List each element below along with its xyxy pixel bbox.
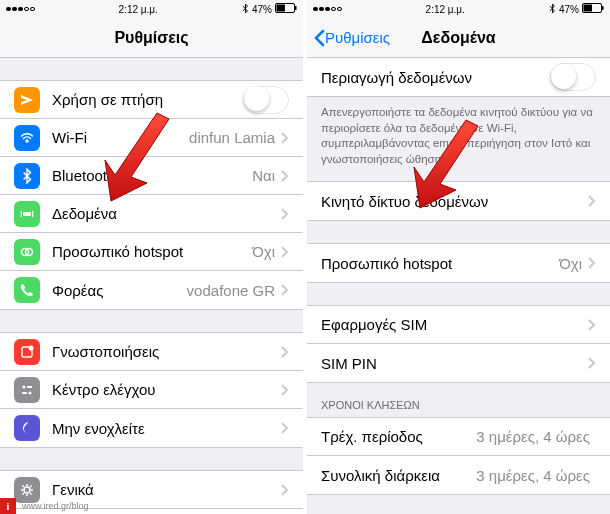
battery-percent: 47% <box>559 4 579 15</box>
svg-point-12 <box>24 487 30 493</box>
status-time: 2:12 μ.μ. <box>426 4 465 15</box>
chevron-right-icon <box>281 170 289 182</box>
svg-rect-1 <box>277 5 286 12</box>
signal-dots-icon <box>313 7 342 12</box>
row-current-period: Τρέχ. περίοδος 3 ημέρες, 4 ώρες <box>307 418 610 456</box>
phone-icon <box>14 277 40 303</box>
row-label: Προσωπικό hotspot <box>321 255 559 272</box>
chevron-right-icon <box>281 208 289 220</box>
row-label: Χρήση σε πτήση <box>52 91 243 108</box>
row-value: Ναι <box>252 167 275 184</box>
chevron-right-icon <box>281 284 289 296</box>
row-value: dinfun Lamia <box>189 129 275 146</box>
chevron-right-icon <box>588 195 596 207</box>
row-carrier[interactable]: Φορέας vodafone GR <box>0 271 303 309</box>
row-label: Κέντρο ελέγχου <box>52 381 281 398</box>
battery-percent: 47% <box>252 4 272 15</box>
moon-icon <box>14 415 40 441</box>
bluetooth-icon <box>14 163 40 189</box>
row-hotspot[interactable]: Προσωπικό hotspot Όχι <box>307 244 610 282</box>
row-label: Φορέας <box>52 282 187 299</box>
control-center-icon <box>14 377 40 403</box>
row-label: Συνολική διάρκεια <box>321 467 476 484</box>
row-label: SIM PIN <box>321 355 588 372</box>
wifi-icon <box>14 125 40 151</box>
footer: i www.ired.gr/blog <box>0 498 89 514</box>
row-value: Όχι <box>252 243 275 260</box>
svg-rect-15 <box>584 5 593 12</box>
bluetooth-icon <box>242 3 249 16</box>
row-hotspot[interactable]: Προσωπικό hotspot Όχι <box>0 233 303 271</box>
row-label: Δεδομένα <box>52 205 281 222</box>
row-label: Εφαρμογές SIM <box>321 316 588 333</box>
row-label: Γνωστοποιήσεις <box>52 343 281 360</box>
back-label: Ρυθμίσεις <box>325 29 390 46</box>
row-label: Τρέχ. περίοδος <box>321 428 476 445</box>
row-value: vodafone GR <box>187 282 275 299</box>
row-value: 3 ημέρες, 4 ώρες <box>476 467 590 484</box>
roaming-toggle[interactable] <box>550 63 596 91</box>
notifications-icon <box>14 339 40 365</box>
row-label: Κινητό δίκτυο δεδομένων <box>321 193 588 210</box>
airplane-icon <box>14 87 40 113</box>
svg-point-10 <box>29 391 32 394</box>
row-dnd[interactable]: Μην ενοχλείτε <box>0 409 303 447</box>
row-label: Περιαγωγή δεδομένων <box>321 69 550 86</box>
row-label: Προσωπικό hotspot <box>52 243 252 260</box>
chevron-right-icon <box>281 346 289 358</box>
status-bar: 2:12 μ.μ. 47% <box>0 0 303 18</box>
row-airplane-mode[interactable]: Χρήση σε πτήση <box>0 81 303 119</box>
navbar: Ρυθμίσεις <box>0 18 303 58</box>
back-button[interactable]: Ρυθμίσεις <box>307 29 390 47</box>
section-header: ΧΡΟΝΟΙ ΚΛΗΣΕΩΝ <box>307 383 610 417</box>
chevron-right-icon <box>588 257 596 269</box>
battery-icon <box>275 3 297 15</box>
status-bar: 2:12 μ.μ. 47% <box>307 0 610 18</box>
footer-url: www.ired.gr/blog <box>16 501 89 511</box>
row-cellular-network[interactable]: Κινητό δίκτυο δεδομένων <box>307 182 610 220</box>
svg-point-8 <box>23 385 26 388</box>
svg-rect-11 <box>22 392 27 394</box>
row-control-center[interactable]: Κέντρο ελέγχου <box>0 371 303 409</box>
row-sim-pin[interactable]: SIM PIN <box>307 344 610 382</box>
roaming-description: Απενεργοποιήστε τα δεδομένα κινητού δικτ… <box>307 97 610 181</box>
chevron-right-icon <box>281 484 289 496</box>
navbar: Ρυθμίσεις Δεδομένα <box>307 18 610 58</box>
svg-rect-16 <box>602 6 604 10</box>
row-total-duration: Συνολική διάρκεια 3 ημέρες, 4 ώρες <box>307 456 610 494</box>
bluetooth-icon <box>549 3 556 16</box>
row-label: Μην ενοχλείτε <box>52 420 281 437</box>
row-label: Γενικά <box>52 481 281 498</box>
chevron-right-icon <box>281 132 289 144</box>
svg-rect-2 <box>295 6 297 10</box>
site-badge-icon: i <box>0 498 16 514</box>
row-label: Bluetooth <box>52 167 252 184</box>
chevron-right-icon <box>281 422 289 434</box>
chevron-right-icon <box>281 246 289 258</box>
row-wifi[interactable]: Wi-Fi dinfun Lamia <box>0 119 303 157</box>
row-value: Όχι <box>559 255 582 272</box>
chevron-right-icon <box>588 319 596 331</box>
row-cellular[interactable]: Δεδομένα <box>0 195 303 233</box>
row-bluetooth[interactable]: Bluetooth Ναι <box>0 157 303 195</box>
signal-dots-icon <box>6 7 35 12</box>
hotspot-icon <box>14 239 40 265</box>
row-sim-apps[interactable]: Εφαρμογές SIM <box>307 306 610 344</box>
row-value: 3 ημέρες, 4 ώρες <box>476 428 590 445</box>
chevron-right-icon <box>281 384 289 396</box>
page-title: Ρυθμίσεις <box>0 29 303 47</box>
svg-rect-3 <box>23 212 31 216</box>
row-label: Wi-Fi <box>52 129 189 146</box>
svg-rect-9 <box>27 386 32 388</box>
airplane-toggle[interactable] <box>243 86 289 114</box>
svg-point-7 <box>29 345 34 350</box>
chevron-right-icon <box>588 357 596 369</box>
battery-icon <box>582 3 604 15</box>
row-roaming[interactable]: Περιαγωγή δεδομένων <box>307 58 610 96</box>
row-notifications[interactable]: Γνωστοποιήσεις <box>0 333 303 371</box>
cellular-icon <box>14 201 40 227</box>
status-time: 2:12 μ.μ. <box>119 4 158 15</box>
